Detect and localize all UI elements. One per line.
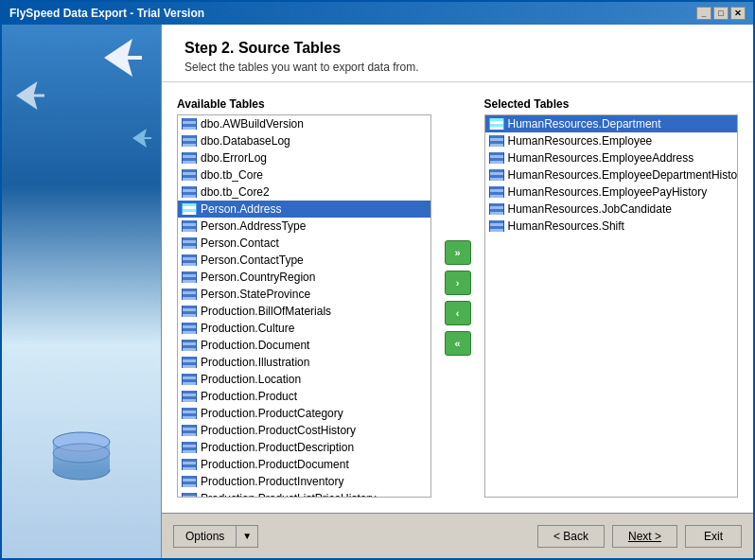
available-table-item[interactable]: Person.AddressType: [178, 218, 430, 235]
table-name: Production.BillOfMaterials: [201, 305, 331, 318]
close-button[interactable]: ✕: [730, 7, 746, 20]
svg-rect-169: [503, 169, 504, 181]
back-button[interactable]: < Back: [537, 525, 605, 548]
available-table-item[interactable]: Production.ProductDocument: [178, 456, 430, 473]
selected-table-item[interactable]: HumanResources.Shift: [485, 218, 738, 235]
svg-rect-10: [182, 124, 197, 127]
svg-rect-187: [503, 220, 504, 232]
svg-rect-23: [182, 161, 197, 164]
selected-table-item[interactable]: HumanResources.EmployeeAddress: [485, 149, 738, 166]
selected-tables-container[interactable]: HumanResources.Department HumanResources…: [484, 114, 739, 498]
table-icon: [182, 323, 197, 334]
svg-rect-173: [489, 195, 504, 198]
svg-rect-167: [489, 178, 504, 181]
svg-rect-135: [182, 479, 197, 481]
selected-table-item[interactable]: HumanResources.EmployeeDepartmentHistory: [485, 166, 738, 184]
selected-table-item[interactable]: HumanResources.Employee: [485, 132, 738, 149]
table-name: HumanResources.Department: [508, 117, 661, 131]
svg-rect-133: [196, 459, 197, 470]
svg-rect-124: [182, 447, 197, 450]
svg-rect-92: [182, 357, 197, 359]
svg-rect-55: [196, 237, 197, 249]
table-name: Production.ProductInventory: [201, 475, 343, 488]
svg-rect-156: [489, 135, 490, 147]
available-table-item[interactable]: Person.ContactType: [178, 252, 430, 269]
svg-rect-75: [182, 308, 197, 311]
next-button[interactable]: Next >: [612, 525, 677, 548]
table-icon: [489, 186, 504, 198]
available-table-item[interactable]: Production.Illustration: [178, 354, 430, 371]
table-name: dbo.tb_Core: [201, 168, 263, 182]
selected-tables-list[interactable]: HumanResources.Department HumanResources…: [485, 115, 738, 497]
available-table-item[interactable]: dbo.DatabaseLog: [178, 132, 430, 149]
remove-button[interactable]: ‹: [445, 301, 471, 325]
table-icon: [182, 289, 197, 300]
available-table-item[interactable]: Person.StateProvince: [178, 286, 430, 303]
options-button[interactable]: Options: [173, 525, 236, 548]
table-name: Production.Document: [201, 339, 309, 352]
svg-rect-119: [182, 433, 197, 436]
table-icon: [182, 203, 197, 215]
table-name: Production.Location: [201, 373, 301, 386]
svg-rect-122: [182, 442, 197, 445]
table-name: Production.ProductCategory: [201, 407, 343, 420]
svg-rect-96: [182, 357, 183, 368]
table-icon: [182, 476, 197, 487]
maximize-button[interactable]: □: [713, 7, 729, 20]
table-name: Person.Contact: [201, 236, 279, 250]
remove-all-button[interactable]: «: [445, 331, 471, 356]
available-table-item[interactable]: Production.Location: [178, 371, 430, 388]
left-panel: [2, 25, 161, 558]
available-table-item[interactable]: Production.ProductInventory: [178, 473, 430, 490]
available-table-item[interactable]: dbo.ErrorLog: [178, 149, 430, 166]
selected-table-item[interactable]: HumanResources.EmployeePayHistory: [485, 184, 738, 201]
table-name: Production.ProductDescription: [201, 441, 354, 454]
svg-rect-179: [489, 212, 504, 215]
minimize-button[interactable]: _: [696, 7, 711, 20]
table-name: Person.ContactType: [201, 254, 304, 267]
available-tables-list[interactable]: dbo.AWBuildVersion dbo.DatabaseLog dbo.E…: [178, 115, 430, 497]
available-tables-container[interactable]: dbo.AWBuildVersion dbo.DatabaseLog dbo.E…: [177, 114, 431, 498]
footer-right: < Back Next > Exit: [537, 525, 742, 548]
selected-table-item[interactable]: HumanResources.JobCandidate: [485, 201, 738, 218]
svg-rect-46: [182, 226, 197, 229]
available-table-item[interactable]: Production.ProductCostHistory: [178, 422, 430, 439]
table-icon: [182, 425, 197, 436]
available-tables-panel: Available Tables dbo.AWBuildVersion dbo.…: [177, 97, 431, 498]
svg-rect-25: [196, 152, 197, 164]
svg-rect-158: [489, 152, 504, 155]
add-all-button[interactable]: »: [445, 240, 471, 265]
available-table-item[interactable]: Person.Contact: [178, 235, 430, 252]
available-table-item[interactable]: Production.BillOfMaterials: [178, 303, 430, 320]
options-dropdown-button[interactable]: ▼: [236, 525, 258, 548]
table-icon: [182, 459, 197, 470]
arrow-icon-2: [16, 81, 44, 113]
available-table-item[interactable]: Production.ProductListPriceHistory: [178, 490, 430, 497]
exit-button[interactable]: Exit: [685, 525, 742, 548]
svg-rect-100: [182, 379, 197, 382]
svg-rect-151: [503, 118, 504, 130]
svg-rect-8: [182, 118, 197, 121]
svg-rect-53: [182, 246, 197, 249]
available-table-item[interactable]: Production.ProductDescription: [178, 439, 430, 456]
available-table-item[interactable]: Production.Document: [178, 337, 430, 354]
svg-rect-28: [182, 175, 197, 178]
svg-rect-172: [489, 192, 504, 195]
available-table-item[interactable]: Production.Product: [178, 388, 430, 405]
svg-rect-185: [489, 229, 504, 232]
available-table-item[interactable]: dbo.AWBuildVersion: [178, 115, 430, 132]
selected-table-item[interactable]: HumanResources.Department: [485, 115, 738, 132]
available-table-item[interactable]: dbo.tb_Core: [178, 166, 430, 184]
svg-rect-58: [182, 260, 197, 263]
available-table-item[interactable]: Person.CountryRegion: [178, 269, 430, 286]
svg-rect-49: [196, 220, 197, 232]
svg-rect-181: [503, 203, 504, 215]
available-table-item[interactable]: Person.Address: [178, 201, 430, 218]
svg-rect-183: [489, 223, 504, 226]
svg-rect-80: [182, 323, 197, 325]
available-table-item[interactable]: Production.Culture: [178, 320, 430, 337]
add-button[interactable]: ›: [445, 271, 471, 295]
svg-rect-9: [182, 121, 197, 124]
available-table-item[interactable]: dbo.tb_Core2: [178, 184, 430, 201]
available-table-item[interactable]: Production.ProductCategory: [178, 405, 430, 422]
